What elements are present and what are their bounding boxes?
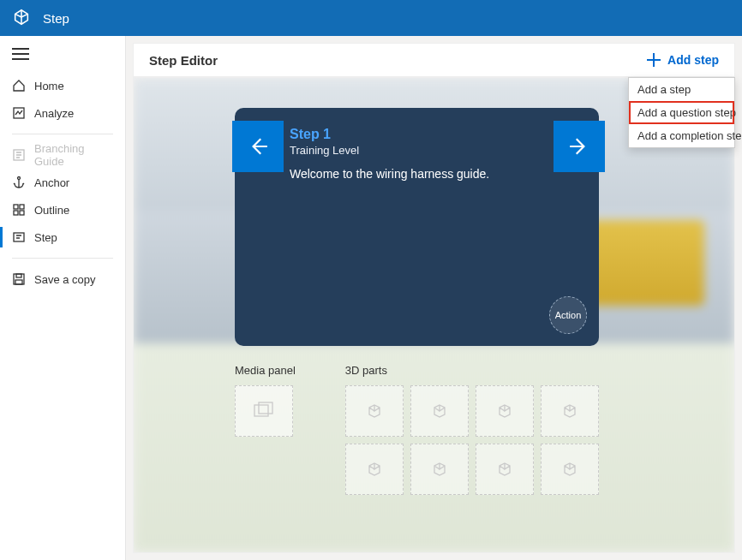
sidebar-item-label: Anchor bbox=[34, 176, 69, 189]
svg-rect-4 bbox=[20, 205, 24, 209]
step-card-title: Step 1 bbox=[290, 127, 578, 142]
sidebar-separator bbox=[12, 258, 113, 259]
sidebar-item-home[interactable]: Home bbox=[0, 72, 125, 99]
media-panel: Media panel bbox=[235, 364, 296, 495]
svg-rect-11 bbox=[254, 405, 268, 416]
home-icon bbox=[12, 79, 26, 92]
part-slot[interactable] bbox=[476, 385, 534, 437]
guide-icon bbox=[12, 148, 26, 162]
svg-rect-3 bbox=[14, 205, 18, 209]
hamburger-icon[interactable] bbox=[12, 48, 29, 60]
anchor-icon bbox=[12, 176, 26, 189]
svg-rect-7 bbox=[14, 233, 24, 241]
main-area: Step Editor Add step Step 1 Training Lev… bbox=[126, 36, 742, 560]
svg-rect-10 bbox=[15, 280, 22, 284]
sidebar-item-anchor[interactable]: Anchor bbox=[0, 169, 125, 196]
part-slot[interactable] bbox=[410, 385, 469, 437]
sidebar-item-label: Branching Guide bbox=[34, 142, 113, 168]
sidebar-separator bbox=[12, 134, 113, 134]
step-card-subtitle: Training Level bbox=[290, 144, 578, 157]
step-icon bbox=[12, 230, 26, 244]
action-badge[interactable]: Action bbox=[549, 296, 587, 334]
sidebar-item-label: Analyze bbox=[34, 107, 74, 120]
sidebar-item-step[interactable]: Step bbox=[0, 223, 125, 251]
part-slot[interactable] bbox=[541, 385, 599, 437]
add-step-label: Add step bbox=[667, 53, 719, 67]
sidebar-item-outline[interactable]: Outline bbox=[0, 196, 125, 223]
svg-rect-12 bbox=[259, 402, 272, 414]
dropdown-item-add-completion-step[interactable]: Add a completion step bbox=[629, 124, 734, 147]
app-title: Step bbox=[43, 11, 69, 26]
svg-point-2 bbox=[18, 177, 21, 180]
svg-rect-9 bbox=[16, 274, 21, 277]
part-slot[interactable] bbox=[410, 444, 469, 495]
part-slot[interactable] bbox=[476, 444, 534, 495]
app-header: Step bbox=[0, 0, 742, 36]
media-panel-label: Media panel bbox=[235, 364, 296, 377]
sidebar-item-label: Step bbox=[34, 231, 57, 244]
step-card-body: Welcome to the wiring harness guide. bbox=[290, 167, 578, 181]
dropdown-item-add-step[interactable]: Add a step bbox=[629, 78, 734, 101]
sidebar-item-analyze[interactable]: Analyze bbox=[0, 99, 125, 127]
parts-panel-label: 3D parts bbox=[345, 364, 599, 377]
sidebar-item-label: Outline bbox=[34, 204, 69, 217]
sidebar-item-save-a-copy[interactable]: Save a copy bbox=[0, 265, 125, 293]
app-logo-icon bbox=[12, 8, 43, 29]
page-title: Step Editor bbox=[149, 53, 218, 68]
sidebar-item-branching-guide: Branching Guide bbox=[0, 141, 125, 169]
add-step-button[interactable]: Add step bbox=[647, 53, 719, 67]
step-card: Step 1 Training Level Welcome to the wir… bbox=[235, 108, 599, 346]
part-slot[interactable] bbox=[345, 444, 404, 495]
toolbar: Step Editor Add step bbox=[133, 43, 735, 77]
analyze-icon bbox=[12, 106, 26, 120]
parts-panel: 3D parts bbox=[345, 364, 599, 495]
sidebar-item-label: Home bbox=[34, 80, 64, 92]
plus-icon bbox=[647, 53, 661, 67]
sidebar-item-label: Save a copy bbox=[34, 273, 96, 286]
previous-step-button[interactable] bbox=[232, 121, 284, 172]
parts-grid bbox=[345, 385, 599, 495]
part-slot[interactable] bbox=[345, 385, 404, 437]
add-step-dropdown: Add a step Add a question step Add a com… bbox=[628, 77, 735, 148]
dropdown-item-add-question-step[interactable]: Add a question step bbox=[629, 101, 734, 124]
svg-rect-5 bbox=[14, 211, 18, 215]
svg-rect-6 bbox=[20, 211, 24, 215]
panels-row: Media panel 3D parts bbox=[235, 364, 599, 495]
sidebar: Home Analyze Branching Guide Anchor Outl… bbox=[0, 36, 126, 560]
part-slot[interactable] bbox=[541, 444, 599, 495]
save-icon bbox=[12, 272, 26, 286]
canvas: Step 1 Training Level Welcome to the wir… bbox=[133, 77, 735, 553]
media-slot[interactable] bbox=[235, 385, 293, 437]
next-step-button[interactable] bbox=[554, 121, 605, 172]
outline-icon bbox=[12, 203, 26, 217]
